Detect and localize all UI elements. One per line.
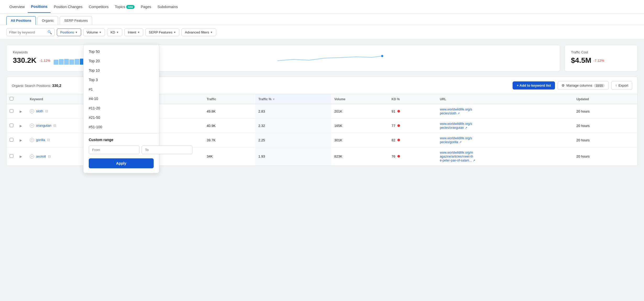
kd-value: 76	[388, 147, 437, 166]
url-link[interactable]: www.worldwildlife.org/magazine/articles/…	[440, 151, 473, 162]
dropdown-item-top50[interactable]: Top 50	[84, 47, 159, 56]
nav-item-position-changes[interactable]: Position Changes	[51, 1, 86, 13]
svg-point-0	[381, 55, 383, 57]
volume-value: 301K	[331, 133, 388, 147]
traffic-pct-value: 2.25	[255, 133, 331, 147]
row-expand-icon[interactable]: ▶	[20, 110, 22, 113]
traffic-chart-card	[99, 45, 560, 71]
dropdown-item-top3[interactable]: Top 3	[84, 75, 159, 85]
advanced-filters-button[interactable]: Advanced filters ▼	[181, 29, 216, 36]
keyword-link[interactable]: gorilla	[36, 138, 45, 142]
row-checkbox[interactable]	[10, 138, 13, 142]
external-link-icon[interactable]: ↗	[459, 141, 462, 144]
export-button[interactable]: ↑ Export	[611, 81, 632, 90]
traffic-cost-value: $4.5M	[571, 56, 591, 65]
manage-columns-button[interactable]: ⚙ Manage columns 10/15	[558, 81, 609, 90]
col-updated: Updated	[573, 94, 637, 104]
external-link-icon[interactable]: ↗	[465, 126, 467, 129]
positions-filter-button[interactable]: Positions ▼	[57, 29, 81, 36]
kd-value: 77	[388, 119, 437, 133]
volume-filter-button[interactable]: Volume ▼	[83, 29, 105, 36]
tab-serp-features[interactable]: SERP Features	[60, 16, 92, 25]
add-keyword-icon[interactable]: +	[30, 109, 34, 113]
new-badge: new	[126, 5, 134, 9]
chevron-down-icon: ▼	[116, 31, 119, 34]
keyword-link[interactable]: axolotl	[36, 154, 46, 158]
url-link[interactable]: www.worldwildlife.org/species/sloth	[440, 108, 472, 115]
add-keyword-icon[interactable]: +	[30, 154, 34, 159]
export-icon: ↑	[615, 83, 617, 87]
nav-item-subdomains[interactable]: Subdomains	[154, 1, 181, 13]
row-expand-icon[interactable]: ▶	[20, 124, 22, 128]
url-link[interactable]: www.worldwildlife.org/species/gorilla	[440, 136, 472, 144]
save-icon[interactable]: ⊟	[53, 124, 56, 127]
dropdown-item-top20[interactable]: Top 20	[84, 56, 159, 66]
updated-value: 20 hours	[573, 133, 637, 147]
traffic-value: 49.8K	[204, 104, 255, 119]
col-kd: KD %	[388, 94, 437, 104]
add-keyword-icon[interactable]: +	[30, 124, 34, 128]
chevron-down-icon: ▼	[173, 31, 176, 34]
kd-filter-button[interactable]: KD ▼	[107, 29, 122, 36]
row-checkbox[interactable]	[10, 109, 13, 113]
column-count-badge: 10/15	[594, 84, 605, 87]
gear-icon: ⚙	[562, 83, 565, 87]
updated-value: 20 hours	[573, 104, 637, 119]
add-to-keyword-list-button[interactable]: + Add to keyword list	[513, 81, 555, 90]
save-icon[interactable]: ⊟	[48, 154, 51, 158]
nav-item-pages[interactable]: Pages	[138, 1, 154, 13]
add-keyword-icon[interactable]: +	[30, 138, 34, 142]
chevron-down-icon: ▼	[99, 31, 102, 34]
dropdown-item-top10[interactable]: Top 10	[84, 66, 159, 75]
external-link-icon[interactable]: ↗	[473, 159, 475, 162]
dropdown-item-4-10[interactable]: #4-10	[84, 94, 159, 103]
volume-value: 823K	[331, 147, 388, 166]
apply-button[interactable]: Apply	[89, 158, 154, 168]
nav-item-topics[interactable]: Topicsnew	[112, 1, 138, 13]
external-link-icon[interactable]: ↗	[457, 112, 460, 115]
kd-value: 82	[388, 133, 437, 147]
volume-value: 165K	[331, 119, 388, 133]
tab-organic[interactable]: Organic	[37, 16, 58, 25]
keywords-value: 330.2K	[13, 56, 36, 65]
traffic-value: 39.7K	[204, 133, 255, 147]
col-position	[183, 94, 204, 104]
col-volume: Volume	[331, 94, 388, 104]
row-checkbox[interactable]	[10, 154, 13, 158]
tab-all-positions[interactable]: All Positions	[6, 16, 36, 25]
custom-range-inputs	[84, 143, 159, 156]
dropdown-item-1[interactable]: #1	[84, 85, 159, 94]
traffic-cost-change: -7.12%	[593, 59, 604, 63]
keywords-card: Keywords 330.2K -1.12%	[6, 45, 95, 71]
serp-features-filter-button[interactable]: SERP Features ▼	[145, 29, 179, 36]
to-input[interactable]	[142, 146, 192, 154]
sort-icon: ▼	[272, 98, 275, 101]
row-expand-icon[interactable]: ▶	[20, 138, 22, 142]
updated-value: 20 hours	[573, 119, 637, 133]
traffic-cost-card: Traffic Cost $4.5M -7.12%	[564, 45, 638, 71]
url-link[interactable]: www.worldwildlife.org/species/orangutan	[440, 122, 472, 130]
dropdown-item-21-50[interactable]: #21-50	[84, 113, 159, 122]
from-input[interactable]	[89, 146, 140, 154]
keyword-link[interactable]: sloth	[36, 109, 43, 113]
keywords-value-row: 330.2K -1.12%	[13, 56, 89, 65]
keyword-link[interactable]: orangutan	[36, 124, 52, 127]
search-input[interactable]	[9, 30, 46, 34]
nav-item-overview[interactable]: Overview	[6, 1, 28, 13]
row-expand-icon[interactable]: ▶	[20, 155, 22, 158]
table-toolbar-right: + Add to keyword list ⚙ Manage columns 1…	[513, 81, 632, 90]
nav-item-competitors[interactable]: Competitors	[86, 1, 112, 13]
select-all-checkbox[interactable]	[10, 97, 13, 101]
col-url: URL	[437, 94, 573, 104]
save-icon[interactable]: ⊟	[45, 109, 48, 113]
row-checkbox[interactable]	[10, 124, 13, 127]
traffic-pct-value: 2.32	[255, 119, 331, 133]
traffic-pct-value: 1.93	[255, 147, 331, 166]
intent-filter-button[interactable]: Intent ▼	[124, 29, 143, 36]
chevron-down-icon: ▼	[75, 31, 78, 34]
positions-dropdown: Top 50 Top 20 Top 10 Top 3 #1 #4-10 #11-…	[83, 44, 159, 171]
dropdown-item-51-100[interactable]: #51-100	[84, 122, 159, 132]
nav-item-positions[interactable]: Positions	[28, 1, 51, 13]
dropdown-item-11-20[interactable]: #11-20	[84, 103, 159, 113]
save-icon[interactable]: ⊟	[47, 138, 50, 142]
